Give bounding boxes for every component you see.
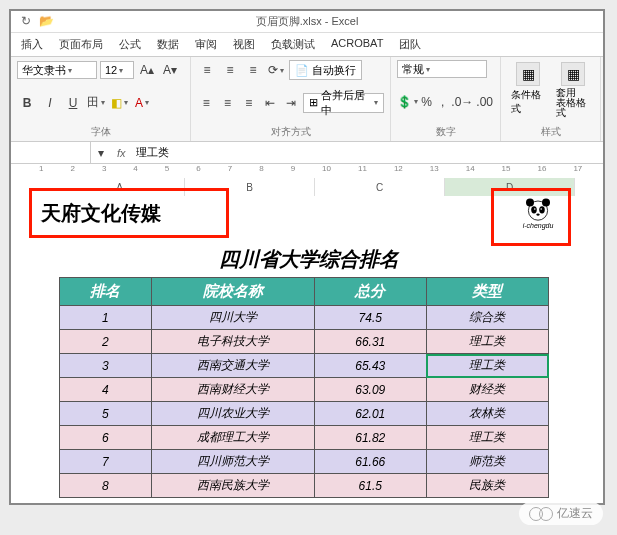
cell-rank[interactable]: 2 [60,330,152,354]
cell-name[interactable]: 西南民族大学 [151,474,314,498]
wrap-text-button[interactable]: 📄自动换行 [289,60,362,80]
indent-increase-button[interactable]: ⇥ [282,93,300,113]
table-row: 7四川师范大学61.66师范类 [60,450,549,474]
number-format-select[interactable]: 常规 [397,60,487,78]
cell-rank[interactable]: 6 [60,426,152,450]
cell-type[interactable]: 财经类 [426,378,548,402]
cell-type[interactable]: 理工类 [426,354,548,378]
tab-loadtest[interactable]: 负载测试 [269,35,317,54]
grow-font-button[interactable]: A▴ [137,60,157,80]
cell-score[interactable]: 66.31 [314,330,426,354]
font-name-select[interactable]: 华文隶书 [17,61,97,79]
cell-rank[interactable]: 4 [60,378,152,402]
group-align-label: 对齐方式 [197,125,384,139]
comma-button[interactable]: , [436,92,449,112]
tab-team[interactable]: 团队 [397,35,423,54]
table-row: 5四川农业大学62.01农林类 [60,402,549,426]
group-styles: ▦ 条件格式 ▦ 套用 表格格式 样式 [501,57,601,141]
align-right-button[interactable]: ≡ [240,93,258,113]
fill-button[interactable]: ◧ [109,93,129,113]
cell-name[interactable]: 成都理工大学 [151,426,314,450]
cell-type[interactable]: 民族类 [426,474,548,498]
shrink-font-button[interactable]: A▾ [160,60,180,80]
cell-name[interactable]: 电子科技大学 [151,330,314,354]
quick-access-toolbar: ↻ 📂 [19,14,53,28]
cell-type[interactable]: 农林类 [426,402,548,426]
cell-rank[interactable]: 7 [60,450,152,474]
cell-rank[interactable]: 5 [60,402,152,426]
cell-score[interactable]: 63.09 [314,378,426,402]
th-score[interactable]: 总分 [314,278,426,306]
name-box-dropdown[interactable]: ▾ [91,143,111,163]
cell-type[interactable]: 理工类 [426,330,548,354]
worksheet-area: 1234567891011121314151617 A B C D 天府文化传媒… [11,164,603,505]
currency-button[interactable]: 💲 [397,92,417,112]
align-bottom-button[interactable]: ≡ [243,60,263,80]
svg-point-4 [539,206,545,213]
fx-icon[interactable]: fx [111,147,132,159]
bold-button[interactable]: B [17,93,37,113]
cond-format-icon: ▦ [516,62,540,86]
cell-name[interactable]: 四川师范大学 [151,450,314,474]
svg-point-1 [526,199,534,207]
name-box[interactable] [11,142,91,163]
underline-button[interactable]: U [63,93,83,113]
group-styles-label: 样式 [507,125,594,139]
open-icon[interactable]: 📂 [39,14,53,28]
cell-type[interactable]: 综合类 [426,306,548,330]
redo-icon[interactable]: ↻ [19,14,33,28]
font-size-select[interactable]: 12 [100,61,134,79]
align-left-button[interactable]: ≡ [197,93,215,113]
app-title: 页眉页脚.xlsx - Excel [256,14,359,29]
watermark-icon [529,507,553,521]
percent-button[interactable]: % [420,92,433,112]
th-type[interactable]: 类型 [426,278,548,306]
cell-rank[interactable]: 8 [60,474,152,498]
align-middle-button[interactable]: ≡ [220,60,240,80]
indent-decrease-button[interactable]: ⇤ [261,93,279,113]
tab-data[interactable]: 数据 [155,35,181,54]
cell-name[interactable]: 西南财经大学 [151,378,314,402]
cell-score[interactable]: 62.01 [314,402,426,426]
tab-layout[interactable]: 页面布局 [57,35,105,54]
header-right-caption: i-chengdu [523,222,554,229]
cell-rank[interactable]: 3 [60,354,152,378]
border-button[interactable]: 田 [86,93,106,113]
cell-score[interactable]: 61.66 [314,450,426,474]
svg-point-6 [540,208,542,210]
increase-decimal-button[interactable]: .0→ [452,92,472,112]
cell-name[interactable]: 四川农业大学 [151,402,314,426]
tab-insert[interactable]: 插入 [19,35,45,54]
tab-view[interactable]: 视图 [231,35,257,54]
table-row: 2电子科技大学66.31理工类 [60,330,549,354]
document-title: 四川省大学综合排名 [39,246,579,273]
cell-type[interactable]: 师范类 [426,450,548,474]
tab-acrobat[interactable]: ACROBAT [329,35,385,54]
cell-score[interactable]: 61.82 [314,426,426,450]
table-format-button[interactable]: ▦ 套用 表格格式 [552,60,594,120]
conditional-format-button[interactable]: ▦ 条件格式 [507,60,549,118]
align-center-button[interactable]: ≡ [218,93,236,113]
decrease-decimal-button[interactable]: .00 [475,92,494,112]
formula-input[interactable]: 理工类 [132,145,603,160]
cell-score[interactable]: 65.43 [314,354,426,378]
merge-button[interactable]: ⊞合并后居中 [303,93,384,113]
ribbon: 华文隶书 12 A▴ A▾ B I U 田 ◧ A 字体 ≡ ≡ ≡ ⟳ 📄自动… [11,57,603,142]
th-name[interactable]: 院校名称 [151,278,314,306]
panda-icon [522,196,554,222]
cell-name[interactable]: 四川大学 [151,306,314,330]
cell-type[interactable]: 理工类 [426,426,548,450]
rotate-button[interactable]: ⟳ [266,60,286,80]
tab-review[interactable]: 审阅 [193,35,219,54]
th-rank[interactable]: 排名 [60,278,152,306]
italic-button[interactable]: I [40,93,60,113]
group-font-label: 字体 [17,125,184,139]
cell-rank[interactable]: 1 [60,306,152,330]
align-top-button[interactable]: ≡ [197,60,217,80]
font-color-button[interactable]: A [132,93,152,113]
cell-score[interactable]: 74.5 [314,306,426,330]
cell-score[interactable]: 61.5 [314,474,426,498]
cell-name[interactable]: 西南交通大学 [151,354,314,378]
tab-formulas[interactable]: 公式 [117,35,143,54]
merge-icon: ⊞ [309,96,318,109]
